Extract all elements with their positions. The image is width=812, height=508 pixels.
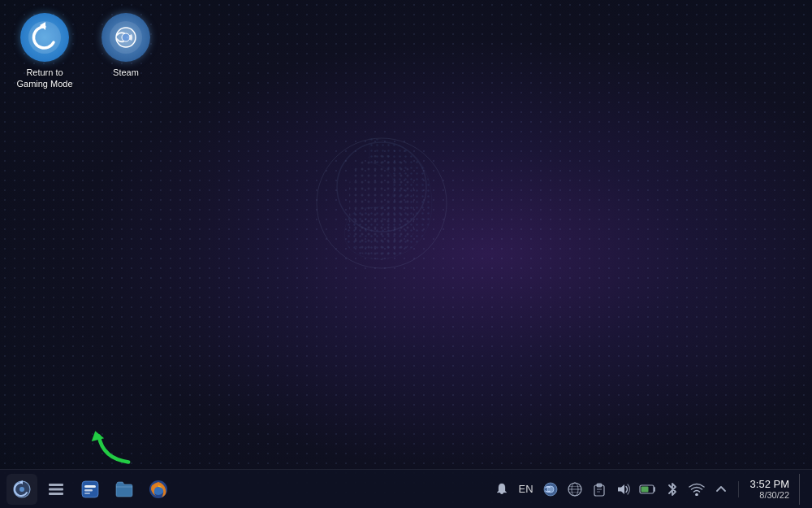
steam-logo-icon <box>109 20 143 54</box>
return-to-gaming-label: Return to Gaming Mode <box>16 67 72 90</box>
desktop-watermark <box>300 114 463 293</box>
globe-tray-icon[interactable] <box>566 480 584 498</box>
battery-tray-icon[interactable] <box>639 480 657 498</box>
tray-separator <box>738 481 739 497</box>
chevron-up-icon <box>715 484 727 495</box>
return-arrow-icon <box>28 20 62 54</box>
volume-icon <box>615 482 632 497</box>
language-tray-icon[interactable]: EN <box>517 480 535 498</box>
svg-point-9 <box>122 33 130 41</box>
volume-tray-icon[interactable] <box>615 480 633 498</box>
bluetooth-tray-icon[interactable] <box>663 480 681 498</box>
clock-time: 3:52 PM <box>750 478 789 490</box>
file-manager-icon <box>114 480 134 499</box>
firefox-icon <box>148 479 169 500</box>
wifi-icon <box>689 483 705 496</box>
svg-rect-20 <box>84 493 90 494</box>
show-more-tray-icon[interactable] <box>712 480 730 498</box>
steam-desktop-icon[interactable]: Steam <box>89 8 162 95</box>
svg-rect-19 <box>84 489 93 492</box>
steamos-icon <box>12 480 32 499</box>
discover-icon <box>80 480 100 499</box>
svg-rect-14 <box>49 484 63 486</box>
steamos-button[interactable] <box>6 474 37 505</box>
desktop: Return to Gaming Mode Steam <box>0 0 812 508</box>
notifications-tray-icon[interactable] <box>493 480 511 498</box>
steam-tray-logo-icon <box>543 482 558 497</box>
svg-point-13 <box>19 487 24 492</box>
task-manager-button[interactable] <box>41 474 71 505</box>
firefox-button[interactable] <box>143 474 174 505</box>
clipboard-tray-icon[interactable] <box>590 480 608 498</box>
svg-rect-18 <box>84 485 96 488</box>
file-manager-button[interactable] <box>109 474 140 505</box>
clipboard-icon <box>592 482 607 497</box>
arrow-hint <box>85 425 142 466</box>
task-manager-icon <box>47 480 65 498</box>
desktop-icons: Return to Gaming Mode Steam <box>8 8 162 95</box>
language-label: EN <box>519 483 533 495</box>
svg-rect-16 <box>49 493 63 495</box>
wifi-tray-icon[interactable] <box>688 480 706 498</box>
clock-area[interactable]: 3:52 PM 8/30/22 <box>750 478 789 500</box>
return-to-gaming-mode-icon[interactable]: Return to Gaming Mode <box>8 8 81 95</box>
bluetooth-icon <box>667 481 678 497</box>
taskbar-right: EN <box>493 474 806 505</box>
discover-button[interactable] <box>75 474 106 505</box>
taskbar-left <box>6 474 493 505</box>
svg-rect-31 <box>597 484 602 487</box>
svg-marker-10 <box>92 431 104 441</box>
battery-icon <box>639 484 657 495</box>
show-desktop-button[interactable] <box>799 474 806 505</box>
clock-date: 8/30/22 <box>759 490 789 500</box>
steam-label: Steam <box>113 67 139 78</box>
svg-point-36 <box>695 493 698 495</box>
svg-rect-15 <box>49 488 63 490</box>
svg-rect-35 <box>641 486 648 492</box>
steam-icon-image <box>102 13 150 62</box>
return-icon-image <box>20 13 69 62</box>
steam-tray-icon[interactable] <box>542 480 559 498</box>
taskbar: EN <box>0 469 812 508</box>
globe-icon <box>568 482 582 497</box>
bell-icon <box>495 482 509 497</box>
